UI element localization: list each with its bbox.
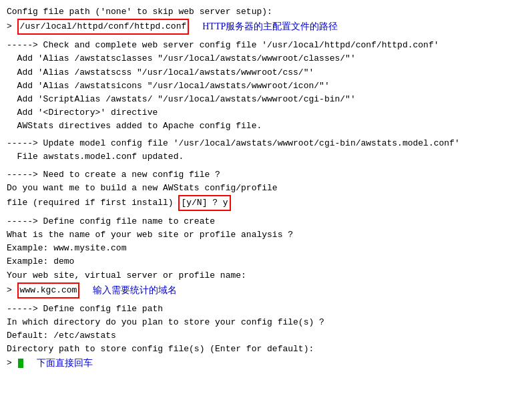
add-alias-css: Add 'Alias /awstatscss "/usr/local/awsta…	[7, 66, 525, 79]
config-path-line: > /usr/local/httpd/conf/httpd.confHTTP服务…	[7, 19, 525, 35]
config-path-annotation: HTTP服务器的主配置文件的路径	[202, 19, 338, 34]
what-name-line: What is the name of your web site or pro…	[7, 228, 525, 242]
update-model-line: -----> Update model config file '/usr/lo…	[7, 137, 525, 150]
add-script-alias: Add 'ScriptAlias /awstats/ "/usr/local/a…	[7, 93, 525, 106]
terminal-cursor	[18, 359, 23, 368]
domain-annotation: 输入需要统计的域名	[93, 283, 177, 298]
default-path-line: Default: /etc/awstats	[7, 329, 525, 343]
yn-input[interactable]: [y/N] ? y	[178, 195, 230, 211]
add-alias-icons: Add 'Alias /awstatsicons "/usr/local/aws…	[7, 79, 525, 93]
example1-line: Example: www.mysite.com	[7, 242, 525, 255]
enter-annotation: 下面直接回车	[37, 356, 93, 371]
check-config-line: -----> Check and complete web server con…	[7, 39, 525, 52]
do-you-want-line: Do you want me to build a new AWStats co…	[7, 182, 525, 195]
dir-path-line: Directory path to store config file(s) (…	[7, 343, 525, 356]
prompt-2: >	[7, 284, 17, 297]
awstats-directives: AWStats directives added to Apache confi…	[7, 120, 525, 133]
define-path-line: -----> Define config file path	[7, 303, 525, 316]
domain-input-line: > www.kgc.com输入需要统计的域名	[7, 282, 525, 299]
domain-name-input[interactable]: www.kgc.com	[17, 282, 80, 299]
your-site-line: Your web site, virtual server or profile…	[7, 269, 525, 282]
in-which-line: In which directory do you plan to store …	[7, 316, 525, 329]
terminal-window: Config file path ('none' to skip web ser…	[0, 0, 532, 394]
config-path-input[interactable]: /usr/local/httpd/conf/httpd.conf	[17, 19, 190, 35]
add-alias-classes: Add 'Alias /awstatsclasses "/usr/local/a…	[7, 52, 525, 65]
add-directory: Add '<Directory>' directive	[7, 106, 525, 120]
final-prompt-line: > 下面直接回车	[7, 356, 525, 371]
config-file-path-label: Config file path ('none' to skip web ser…	[7, 5, 525, 19]
prompt-1: >	[7, 20, 17, 33]
define-name-line: -----> Define config file name to create	[7, 215, 525, 228]
example2-line: Example: demo	[7, 255, 525, 268]
prompt-3: >	[7, 357, 17, 370]
yn-input-line: file (required if first install) [y/N] ?…	[7, 195, 525, 211]
file-updated-line: File awstats.model.conf updated.	[7, 150, 525, 164]
need-create-line: -----> Need to create a new config file …	[7, 168, 525, 182]
